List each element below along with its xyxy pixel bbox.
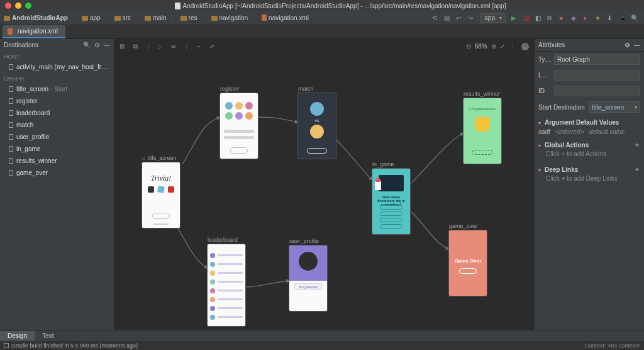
editor-tab-navigation[interactable]: navigation.xml	[3, 25, 65, 38]
deep-links-title[interactable]: Deep Links	[545, 166, 578, 173]
toolbar-actions: ⟲ ▤ ↩ ↪ app ▶ 🐞 ◧ ⧉ ■ ◆ ● ★ ⬇ 📱 🔍	[426, 13, 644, 23]
run-icon[interactable]: ▶	[511, 14, 518, 21]
graph-item-leaderboard[interactable]: leaderboard	[0, 107, 114, 119]
zoom-in-icon[interactable]: ⊕	[491, 43, 496, 50]
gear-icon[interactable]: ⚙	[625, 42, 630, 48]
nested-graph-icon[interactable]: ⧉	[133, 43, 141, 50]
minimize-window-button[interactable]	[15, 3, 21, 9]
deep-links-hint: Click + to add Deep Links	[535, 175, 644, 186]
node-results-winner[interactable]: results_winner Congratulations!	[464, 91, 501, 164]
canvas-toolbar: ⊞ ⧉ │ ⌂ ∞ │ ↔ ⤢ ⊖ 68% ⊕ ⤢ │ !	[114, 39, 534, 54]
breadcrumb-item[interactable]: navigation	[211, 14, 248, 21]
attributes-panel: Attributes ⚙ — Type Label ID Start Desti…	[534, 39, 644, 330]
arg-name[interactable]: asdf	[538, 128, 550, 135]
home-icon[interactable]: ⌂	[157, 43, 165, 50]
back-icon[interactable]: ↩	[456, 14, 463, 21]
zoom-fit-icon[interactable]: ⤢	[500, 43, 505, 50]
minimize-icon[interactable]: —	[104, 42, 110, 48]
link-icon[interactable]: ∞	[171, 43, 179, 50]
tab-text[interactable]: Text	[35, 331, 61, 341]
search-icon[interactable]: 🔍	[83, 42, 91, 48]
zoom-out-icon[interactable]: ⊖	[466, 43, 471, 50]
debug-icon[interactable]: 🐞	[523, 14, 530, 21]
record-icon[interactable]: ●	[583, 14, 590, 21]
editor-tabs: navigation.xml	[0, 25, 644, 39]
attr-type-field	[554, 54, 640, 65]
breadcrumb-item[interactable]: AndroidStudioApp	[4, 14, 68, 21]
host-item[interactable]: activity_main (my_nav_host_fragment)	[0, 61, 114, 73]
sync-icon[interactable]: ⟲	[432, 14, 439, 21]
global-actions-hint: Click + to add Actions	[535, 150, 644, 161]
zoom-level[interactable]: 68%	[475, 43, 487, 50]
add-destination-icon[interactable]: ⊞	[119, 43, 127, 50]
window-title: AndroidStudioApp [~/AndroidStudioProject…	[36, 3, 644, 9]
destinations-title: Destinations	[4, 42, 79, 48]
status-message: Gradle build finished in 5 s 969 ms (mom…	[11, 342, 138, 349]
node-register[interactable]: register	[220, 86, 258, 159]
graph-section-label: GRAPH	[0, 73, 114, 83]
status-context: Context: <no context>	[585, 342, 640, 349]
avd-icon[interactable]: ▤	[444, 14, 451, 21]
breadcrumb: AndroidStudioApp app src main res naviga…	[0, 14, 426, 23]
attributes-title: Attributes	[538, 42, 621, 48]
graph-item-in-game[interactable]: in_game	[0, 143, 114, 155]
mac-window-chrome: AndroidStudioApp [~/AndroidStudioProject…	[0, 0, 644, 11]
expand-icon[interactable]: ⤢	[209, 43, 217, 50]
close-window-button[interactable]	[5, 3, 11, 9]
graph-item-results-winner[interactable]: results_winner	[0, 155, 114, 167]
node-title-screen[interactable]: title_screen Trivia!	[142, 155, 180, 228]
design-text-tabs: Design Text	[0, 330, 644, 341]
graph-item-game-over[interactable]: game_over	[0, 167, 114, 179]
add-global-action-icon[interactable]: ＋	[634, 140, 640, 149]
attr-startdest-label: Start Destination	[538, 104, 586, 111]
node-leaderboard[interactable]: leaderboard	[208, 237, 245, 326]
breadcrumb-item[interactable]: main	[145, 14, 167, 21]
main-toolbar: AndroidStudioApp app src main res naviga…	[0, 11, 644, 25]
graph-item-register[interactable]: register	[0, 95, 114, 107]
add-deep-link-icon[interactable]: ＋	[634, 165, 640, 174]
graph-item-match[interactable]: match	[0, 119, 114, 131]
attr-id-field[interactable]	[554, 86, 640, 96]
node-user-profile[interactable]: user_profile All Questions	[289, 238, 327, 311]
node-match[interactable]: match vs	[298, 86, 336, 159]
attr-type-label: Type	[538, 56, 552, 63]
argdef-section-title[interactable]: Argument Default Values	[545, 119, 619, 126]
gear-icon[interactable]: ⚙	[94, 42, 100, 48]
graph-item-title-screen[interactable]: title_screen - Start	[0, 83, 114, 95]
arg-default: default value	[589, 128, 625, 135]
auto-arrange-icon[interactable]: ↔	[196, 43, 203, 50]
zoom-window-button[interactable]	[25, 3, 31, 9]
attr-startdest-combo[interactable]: title_screen	[589, 101, 640, 113]
breadcrumb-item[interactable]: app	[82, 14, 101, 21]
destinations-panel: Destinations 🔍 ⚙ — HOST activity_main (m…	[0, 39, 114, 330]
profile-icon[interactable]: ◧	[535, 14, 542, 21]
search-icon[interactable]: 🔍	[631, 14, 638, 21]
breadcrumb-item[interactable]: src	[114, 14, 131, 21]
graph-item-user-profile[interactable]: user_profile	[0, 131, 114, 143]
attr-label-field[interactable]	[554, 70, 640, 81]
attr-id-label: ID	[538, 88, 552, 94]
status-checkbox[interactable]	[4, 343, 9, 348]
navigation-canvas[interactable]: title_screen Trivia! register	[114, 54, 534, 330]
minimize-icon[interactable]: —	[634, 42, 640, 48]
attr-label-label: Label	[538, 72, 552, 79]
attach-debugger-icon[interactable]: ⧉	[547, 14, 554, 21]
breadcrumb-item[interactable]: navigation.xml	[262, 14, 309, 21]
forward-icon[interactable]: ↪	[468, 14, 475, 21]
global-actions-title[interactable]: Global Actions	[545, 142, 589, 149]
run-config-combo[interactable]: app	[480, 13, 506, 23]
avd-manager-icon[interactable]: 📱	[619, 14, 626, 21]
tab-design[interactable]: Design	[0, 331, 35, 341]
arg-inferred: <inferred>	[555, 128, 584, 135]
status-bar: Gradle build finished in 5 s 969 ms (mom…	[0, 341, 644, 350]
node-in-game[interactable]: in_game How many kilometers are in a mar…	[372, 161, 410, 234]
favorites-icon[interactable]: ★	[595, 14, 602, 21]
sdk-manager-icon[interactable]: ⬇	[607, 14, 614, 21]
node-game-over[interactable]: game_over Game Over	[449, 223, 487, 296]
host-section-label: HOST	[0, 51, 114, 61]
errors-icon[interactable]: !	[521, 43, 529, 50]
stop-icon[interactable]: ■	[559, 14, 566, 21]
breadcrumb-item[interactable]: res	[180, 14, 197, 21]
layout-inspector-icon[interactable]: ◆	[571, 14, 578, 21]
